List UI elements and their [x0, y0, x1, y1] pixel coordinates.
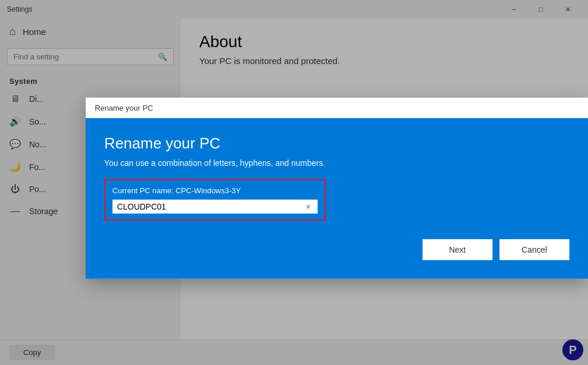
- pc-name-section: Current PC name: CPC-Windows3-3Y ×: [104, 179, 326, 220]
- next-button[interactable]: Next: [422, 239, 492, 260]
- overlay-backdrop: Rename your PC Rename your PC You can us…: [0, 0, 588, 365]
- input-clear-button[interactable]: ×: [304, 201, 313, 211]
- pc-name-input-wrapper: ×: [112, 199, 318, 213]
- dialog-description: You can use a combination of letters, hy…: [104, 158, 569, 167]
- dialog-actions: Next Cancel: [104, 239, 569, 260]
- rename-pc-dialog: Rename your PC Rename your PC You can us…: [86, 97, 588, 278]
- dialog-heading: Rename your PC: [104, 134, 569, 152]
- dialog-body: Rename your PC You can use a combination…: [86, 118, 588, 278]
- pc-name-input[interactable]: [117, 201, 301, 211]
- pc-name-label: Current PC name: CPC-Windows3-3Y: [112, 186, 318, 194]
- dialog-title-bar: Rename your PC: [86, 97, 588, 118]
- settings-window: Settings ─ □ ✕ ⌂ Home 🔍 System 🖥 Di...: [0, 0, 588, 365]
- cancel-button[interactable]: Cancel: [499, 239, 569, 260]
